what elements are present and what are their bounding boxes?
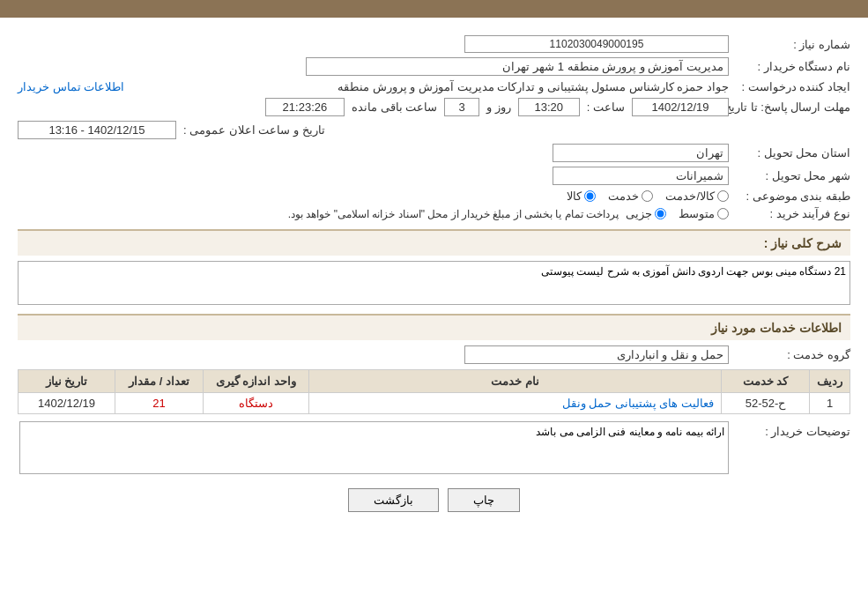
service-group-value: حمل و نقل و انبارداری <box>464 345 729 364</box>
category-label-khedmat: خدمت <box>608 189 639 203</box>
city-value: شمیرانات <box>553 167 729 185</box>
back-button[interactable]: بازگشت <box>348 488 439 512</box>
col-header-name: نام خدمت <box>309 370 722 393</box>
need-description-row <box>18 261 850 305</box>
category-label: طبقه بندی موضوعی : <box>736 189 850 203</box>
cell-unit: دستگاه <box>204 393 309 414</box>
category-option-kala-khedmat: کالا/خدمت <box>665 189 729 203</box>
purchase-type-row: نوع فرآیند خرید : متوسط جزیی پرداخت تمام… <box>18 207 850 220</box>
category-radio-khedmat[interactable] <box>642 190 653 202</box>
announce-row: تاریخ و ساعت اعلان عمومی : 1402/12/15 - … <box>18 121 850 139</box>
category-row: طبقه بندی موضوعی : کالا/خدمت خدمت کالا <box>18 189 850 203</box>
province-value: تهران <box>553 144 729 162</box>
purchase-type-note: پرداخت تمام یا بخشی از مبلغ خریدار از مح… <box>288 208 619 220</box>
service-group-label: گروه خدمت : <box>736 348 850 361</box>
creator-value: جواد حمزه کارشناس مسئول پشتیبانی و تدارک… <box>131 80 729 93</box>
creator-label: ایجاد کننده درخواست : <box>736 80 850 93</box>
tender-number-value: 1102030049000195 <box>464 35 729 53</box>
buyer-org-label: نام دستگاه خریدار : <box>736 60 850 73</box>
tender-number-label: شماره نیاز : <box>736 38 850 51</box>
col-header-qty: تعداد / مقدار <box>115 370 204 393</box>
purchase-type-label-motavasset: متوسط <box>679 207 715 220</box>
col-header-row: ردیف <box>810 370 850 393</box>
col-header-date: تاریخ نیاز <box>19 370 115 393</box>
tender-number-row: شماره نیاز : 1102030049000195 <box>18 35 850 53</box>
deadline-date: 1402/12/19 <box>632 98 729 116</box>
buyer-notes-textarea[interactable] <box>19 421 729 474</box>
need-description-section-title: شرح کلی نیاز : <box>18 229 850 256</box>
category-option-khedmat: خدمت <box>608 189 653 203</box>
table-row: 1 ح-52-52 فعالیت های پشتیبانی حمل ونقل د… <box>19 393 850 414</box>
page-wrapper: شماره نیاز : 1102030049000195 نام دستگاه… <box>0 0 868 609</box>
service-group-row: گروه خدمت : حمل و نقل و انبارداری <box>18 345 850 364</box>
deadline-days: 3 <box>444 98 479 116</box>
col-header-unit: واحد اندازه گیری <box>204 370 309 393</box>
remaining-time: 21:23:26 <box>265 98 345 116</box>
purchase-type-radio-group: متوسط جزیی <box>626 207 729 220</box>
province-row: استان محل تحویل : تهران <box>18 144 850 162</box>
deadline-row: مهلت ارسال پاسخ: تا تاریخ : 1402/12/19 س… <box>18 98 850 116</box>
creator-row: ایجاد کننده درخواست : جواد حمزه کارشناس … <box>18 80 850 93</box>
category-label-kala-khedmat: کالا/خدمت <box>665 189 715 203</box>
deadline-time: 13:20 <box>518 98 580 116</box>
cell-row-num: 1 <box>810 393 850 414</box>
announce-label: تاریخ و ساعت اعلان عمومی : <box>183 123 325 137</box>
city-row: شهر محل تحویل : شمیرانات <box>18 167 850 185</box>
services-title: اطلاعات خدمات مورد نیاز <box>711 321 842 335</box>
category-option-kala: کالا <box>567 189 596 203</box>
cell-code: ح-52-52 <box>722 393 810 414</box>
buyer-notes-row: توضیحات خریدار : <box>18 421 850 474</box>
purchase-type-label: نوع فرآیند خرید : <box>736 207 850 220</box>
cell-date: 1402/12/19 <box>19 393 115 414</box>
purchase-type-label-jozii: جزیی <box>626 207 652 220</box>
content-area: شماره نیاز : 1102030049000195 نام دستگاه… <box>0 18 868 537</box>
buyer-org-value: مدیریت آموزش و پرورش منطقه 1 شهر تهران <box>306 57 729 76</box>
deadline-days-label: روز و <box>486 100 511 114</box>
purchase-type-option-jozii: جزیی <box>626 207 666 220</box>
deadline-time-label: ساعت : <box>587 100 625 114</box>
deadline-label: مهلت ارسال پاسخ: تا تاریخ : <box>736 100 850 114</box>
category-radio-group: کالا/خدمت خدمت کالا <box>567 189 729 203</box>
buttons-row: چاپ بازگشت <box>18 488 850 512</box>
remaining-time-label: ساعت باقی مانده <box>352 100 437 114</box>
category-label-kala: کالا <box>567 189 582 203</box>
purchase-type-radio-motavasset[interactable] <box>717 208 729 219</box>
province-label: استان محل تحویل : <box>736 146 850 160</box>
city-label: شهر محل تحویل : <box>736 169 850 182</box>
buyer-notes-label: توضیحات خریدار : <box>736 421 850 438</box>
print-button[interactable]: چاپ <box>448 488 520 512</box>
col-header-code: کد خدمت <box>722 370 810 393</box>
buyer-org-row: نام دستگاه خریدار : مدیریت آموزش و پرورش… <box>18 57 850 76</box>
need-description-textarea[interactable] <box>18 261 850 305</box>
contact-link[interactable]: اطلاعات تماس خریدار <box>18 80 124 93</box>
category-radio-kala-khedmat[interactable] <box>717 190 729 202</box>
services-section-title: اطلاعات خدمات مورد نیاز <box>18 314 850 340</box>
page-header <box>0 0 868 18</box>
purchase-type-option-motavasset: متوسط <box>679 207 729 220</box>
services-table: ردیف کد خدمت نام خدمت واحد اندازه گیری ت… <box>18 369 850 414</box>
announce-value: 1402/12/15 - 13:16 <box>18 121 176 139</box>
need-description-label: شرح کلی نیاز : <box>764 236 842 250</box>
category-radio-kala[interactable] <box>584 190 596 202</box>
cell-qty: 21 <box>115 393 204 414</box>
purchase-type-radio-jozii[interactable] <box>655 208 666 219</box>
cell-name: فعالیت های پشتیبانی حمل ونقل <box>309 393 722 414</box>
